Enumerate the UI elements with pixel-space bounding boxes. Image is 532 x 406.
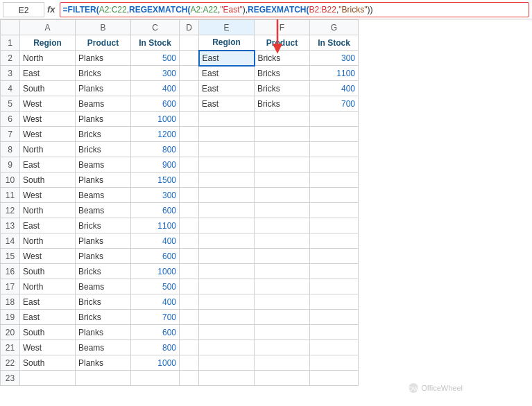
cell-f21 <box>255 340 310 355</box>
cell-f8 <box>255 142 310 157</box>
cell-b3[interactable]: Bricks <box>76 66 131 81</box>
cell-a7[interactable]: West <box>20 127 76 142</box>
cell-a22[interactable]: South <box>20 355 76 371</box>
cell-e5[interactable]: East <box>199 96 255 112</box>
formula-display[interactable]: =FILTER(A2:C22,REGEXMATCH(A2:A22,"East")… <box>60 2 529 17</box>
cell-c14[interactable]: 400 <box>131 233 180 249</box>
col-header-d[interactable]: D <box>180 20 199 35</box>
cell-c16[interactable]: 1000 <box>131 264 180 279</box>
cell-a13[interactable]: East <box>20 218 76 233</box>
cell-a11[interactable]: West <box>20 188 76 203</box>
cell-a9[interactable]: East <box>20 157 76 173</box>
cell-a3[interactable]: East <box>20 66 76 81</box>
cell-c4[interactable]: 400 <box>131 81 180 96</box>
cell-a15[interactable]: West <box>20 249 76 264</box>
cell-g3[interactable]: 1100 <box>310 66 359 81</box>
cell-c18[interactable]: 400 <box>131 294 180 310</box>
cell-a2[interactable]: North <box>20 51 76 66</box>
cell-b22[interactable]: Planks <box>76 355 131 371</box>
cell-c2[interactable]: 500 <box>131 51 180 66</box>
table-row: 1 Region Product In Stock Region Product… <box>1 35 359 51</box>
cell-b20[interactable]: Planks <box>76 325 131 340</box>
row-num-6: 6 <box>1 112 20 127</box>
cell-c17[interactable]: 500 <box>131 279 180 294</box>
cell-g21 <box>310 340 359 355</box>
cell-c6[interactable]: 1000 <box>131 112 180 127</box>
cell-c13[interactable]: 1100 <box>131 218 180 233</box>
cell-e16 <box>199 264 255 279</box>
cell-b12[interactable]: Beams <box>76 203 131 218</box>
cell-a12[interactable]: North <box>20 203 76 218</box>
cell-a17[interactable]: North <box>20 279 76 294</box>
cell-f2[interactable]: Bricks <box>255 51 310 66</box>
cell-a6[interactable]: West <box>20 112 76 127</box>
cell-c10[interactable]: 1500 <box>131 173 180 188</box>
cell-c19[interactable]: 700 <box>131 310 180 325</box>
spreadsheet-area: A B C D E F G 1 Region Product In Stock … <box>0 19 532 386</box>
cell-c7[interactable]: 1200 <box>131 127 180 142</box>
cell-a10[interactable]: South <box>20 173 76 188</box>
cell-f5[interactable]: Bricks <box>255 96 310 112</box>
cell-reference-box[interactable]: E2 <box>3 2 44 17</box>
cell-a20[interactable]: South <box>20 325 76 340</box>
watermark-text: OfficeWheel <box>421 384 463 392</box>
cell-b18[interactable]: Bricks <box>76 294 131 310</box>
cell-a4[interactable]: South <box>20 81 76 96</box>
cell-b6[interactable]: Planks <box>76 112 131 127</box>
cell-b5[interactable]: Beams <box>76 96 131 112</box>
cell-c21[interactable]: 800 <box>131 340 180 355</box>
cell-e3[interactable]: East <box>199 66 255 81</box>
cell-e2[interactable]: East <box>199 51 255 66</box>
cell-b16[interactable]: Bricks <box>76 264 131 279</box>
divider-d13 <box>180 218 199 233</box>
cell-a21[interactable]: West <box>20 340 76 355</box>
divider-d21 <box>180 340 199 355</box>
row-num-13: 13 <box>1 218 20 233</box>
cell-g5[interactable]: 700 <box>310 96 359 112</box>
cell-e17 <box>199 279 255 294</box>
cell-c15[interactable]: 600 <box>131 249 180 264</box>
cell-g14 <box>310 233 359 249</box>
col-header-g[interactable]: G <box>310 20 359 35</box>
cell-b8[interactable]: Bricks <box>76 142 131 157</box>
cell-c8[interactable]: 800 <box>131 142 180 157</box>
cell-c3[interactable]: 300 <box>131 66 180 81</box>
cell-b14[interactable]: Planks <box>76 233 131 249</box>
cell-b2[interactable]: Planks <box>76 51 131 66</box>
cell-c20[interactable]: 600 <box>131 325 180 340</box>
cell-b15[interactable]: Planks <box>76 249 131 264</box>
cell-b4[interactable]: Planks <box>76 81 131 96</box>
col-header-c[interactable]: C <box>131 20 180 35</box>
col-header-b[interactable]: B <box>76 20 131 35</box>
row-num-5: 5 <box>1 96 20 112</box>
cell-a14[interactable]: North <box>20 233 76 249</box>
col-header-a[interactable]: A <box>20 20 76 35</box>
col-header-e[interactable]: E <box>199 20 255 35</box>
cell-a8[interactable]: North <box>20 142 76 157</box>
cell-a16[interactable]: South <box>20 264 76 279</box>
cell-b7[interactable]: Bricks <box>76 127 131 142</box>
cell-b17[interactable]: Beams <box>76 279 131 294</box>
left-header-product: Product <box>76 35 131 51</box>
cell-b10[interactable]: Planks <box>76 173 131 188</box>
table-row: 3 East Bricks 300 East Bricks 1100 <box>1 66 359 81</box>
cell-c5[interactable]: 600 <box>131 96 180 112</box>
cell-c22[interactable]: 1000 <box>131 355 180 371</box>
cell-b19[interactable]: Bricks <box>76 310 131 325</box>
cell-c12[interactable]: 600 <box>131 203 180 218</box>
cell-b9[interactable]: Beams <box>76 157 131 173</box>
cell-e4[interactable]: East <box>199 81 255 96</box>
cell-a18[interactable]: East <box>20 294 76 310</box>
cell-b21[interactable]: Beams <box>76 340 131 355</box>
cell-c9[interactable]: 900 <box>131 157 180 173</box>
col-header-f[interactable]: F <box>255 20 310 35</box>
cell-c11[interactable]: 300 <box>131 188 180 203</box>
cell-g2[interactable]: 300 <box>310 51 359 66</box>
cell-a19[interactable]: East <box>20 310 76 325</box>
cell-f4[interactable]: Bricks <box>255 81 310 96</box>
cell-b11[interactable]: Beams <box>76 188 131 203</box>
cell-f3[interactable]: Bricks <box>255 66 310 81</box>
cell-a5[interactable]: West <box>20 96 76 112</box>
cell-b13[interactable]: Bricks <box>76 218 131 233</box>
cell-g4[interactable]: 400 <box>310 81 359 96</box>
